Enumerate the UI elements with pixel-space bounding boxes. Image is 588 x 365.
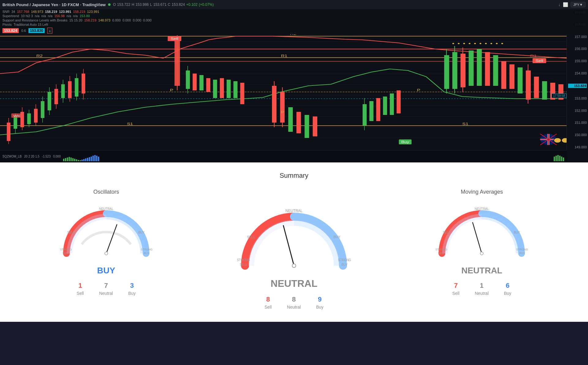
main-gauge-svg: NEUTRAL SELL BUY STRONG SELL STRONG BUY <box>236 201 352 275</box>
window-icon[interactable]: ⬜ <box>563 2 568 7</box>
svg-point-105 <box>452 43 454 44</box>
collapse-btn[interactable]: ∧ <box>47 28 52 34</box>
ohlc-high-label: H <box>132 2 134 7</box>
svg-point-123 <box>562 138 567 143</box>
svg-text:SELL: SELL <box>67 231 75 234</box>
gauges-row: Oscillators NEUTRAL SELL BUY STRO <box>18 189 570 310</box>
sr-val1: 158.219 <box>84 18 96 22</box>
svg-point-122 <box>554 138 561 143</box>
supertrend-val2: 153.80 <box>80 14 90 18</box>
main-summary-section: Summary NEUTRAL SELL BUY STRONG SELL STR… <box>206 189 382 310</box>
svg-line-142 <box>283 225 294 266</box>
svg-rect-60 <box>305 115 309 138</box>
svg-text:BUY: BUY <box>514 231 520 234</box>
supertrend-row: Supertrend 10 hl2 3 n/a n/a n/a 156.98 n… <box>2 14 586 18</box>
platform: TradingView <box>82 2 106 7</box>
mom-val2: 0.000 <box>53 155 61 158</box>
price-157: 157.000 <box>568 35 587 39</box>
main-buy-number: 9 <box>318 295 322 303</box>
ma-result: NEUTRAL <box>461 266 502 276</box>
svg-text:BUY: BUY <box>138 231 145 234</box>
snr-val4: 123.991 <box>59 10 71 13</box>
supertrend-val1: 156.98 <box>54 14 65 18</box>
ma-neutral-count: 1 Neutral <box>475 282 488 296</box>
ohlc-change: +0.102 <box>186 2 198 7</box>
snr-period: 34 <box>11 10 15 13</box>
svg-rect-51 <box>227 80 231 98</box>
svg-rect-81 <box>518 67 522 93</box>
svg-text:STRONG: STRONG <box>60 248 72 251</box>
timeframe: 1D <box>62 2 67 7</box>
pivots-label: Pivots <box>2 23 12 26</box>
chart-container: British Pound / Japanese Yen · 1D FXCM ·… <box>0 0 588 162</box>
sr-breaks-row: Support and Resistance Levels with Break… <box>2 18 586 22</box>
svg-point-110 <box>480 43 481 44</box>
svg-text:SELL: SELL <box>62 252 69 255</box>
svg-text:STRONG: STRONG <box>435 248 447 251</box>
svg-rect-53 <box>240 83 244 104</box>
ohlc-close-label: C <box>168 2 171 7</box>
svg-rect-67 <box>390 93 394 115</box>
ohlc-change-pct: (+0.07%) <box>199 2 214 7</box>
osc-buy-count: 3 Buy <box>128 282 136 296</box>
ma-buy-label: Buy <box>504 291 511 296</box>
svg-point-134 <box>105 252 108 255</box>
svg-rect-77 <box>485 52 490 86</box>
osc-buy-label: Buy <box>128 291 136 296</box>
ohlc-open-value: 153.722 <box>117 2 130 7</box>
price-point-label: 0.6 <box>21 29 26 32</box>
svg-rect-61 <box>313 116 317 136</box>
svg-point-108 <box>469 43 470 44</box>
main-counts: 8 Sell 8 Neutral 9 Buy <box>206 295 382 310</box>
sr-val4: 0.000 <box>123 18 131 22</box>
svg-text:Sell: Sell <box>536 59 543 63</box>
snr-val2: 148.973 <box>31 10 43 13</box>
main-sell-number: 8 <box>266 295 270 303</box>
svg-point-109 <box>474 43 476 44</box>
svg-rect-59 <box>296 112 301 133</box>
ohlc-low-label: L <box>150 2 152 7</box>
price-154: 154.000 <box>568 71 587 75</box>
svg-point-114 <box>501 43 503 44</box>
chart-title: British Pound / Japanese Yen · 1D FXCM ·… <box>2 2 106 7</box>
svg-rect-84 <box>534 77 539 98</box>
svg-rect-78 <box>493 55 498 86</box>
main-neutral-label: Neutral <box>287 305 301 310</box>
pivots-params: Traditional Auto 15 Left <box>13 23 48 26</box>
ohlc-open-label: O <box>113 2 116 7</box>
ma-gauge-svg: NEUTRAL SELL BUY STRONG SELL STRONG BUY <box>433 201 531 263</box>
download-icon[interactable]: ↓ <box>558 2 560 7</box>
price-current: 153.824 <box>568 84 587 88</box>
svg-text:STRONG: STRONG <box>338 258 351 262</box>
svg-point-143 <box>292 264 296 268</box>
svg-text:BUY: BUY <box>334 235 341 239</box>
snr-row: SNR 34 157.768 148.973 158.219 123.991 1… <box>2 10 586 13</box>
svg-point-152 <box>480 252 483 255</box>
svg-text:P: P <box>281 110 285 114</box>
ohlc-low-value: 153.671 <box>153 2 166 7</box>
supertrend-params: 10 hl2 3 <box>21 14 33 18</box>
price-152: 152.000 <box>568 109 587 112</box>
oscillators-gauge-svg: NEUTRAL SELL BUY STRONG SELL STRONG BUY <box>57 201 155 263</box>
price-badge-secondary: 153.830 <box>28 28 45 33</box>
svg-rect-76 <box>477 49 482 86</box>
currency-badge[interactable]: JPY▼ <box>571 2 586 7</box>
svg-rect-64 <box>369 101 373 121</box>
svg-rect-75 <box>469 51 473 86</box>
indicators-bar: SNR 34 157.768 148.973 158.219 123.991 1… <box>0 9 588 34</box>
sr-val6: 0.000 <box>143 18 152 22</box>
ma-sell-count: 7 Sell <box>452 282 459 296</box>
summary-title: Summary <box>280 172 308 180</box>
svg-line-133 <box>106 224 117 253</box>
live-indicator <box>108 3 111 6</box>
svg-text:Sell: Sell <box>171 37 178 40</box>
summary-section: Summary Oscillators NEUTRAL SELL <box>0 162 588 322</box>
svg-rect-58 <box>288 107 293 132</box>
separator: · <box>59 2 61 7</box>
mom-bars-right <box>554 152 564 161</box>
separator3: · <box>80 2 82 7</box>
osc-neutral-count: 7 Neutral <box>99 282 113 296</box>
price-149: 149.000 <box>568 145 587 149</box>
supertrend-na5: n/a <box>73 14 77 18</box>
svg-rect-46 <box>193 74 197 90</box>
